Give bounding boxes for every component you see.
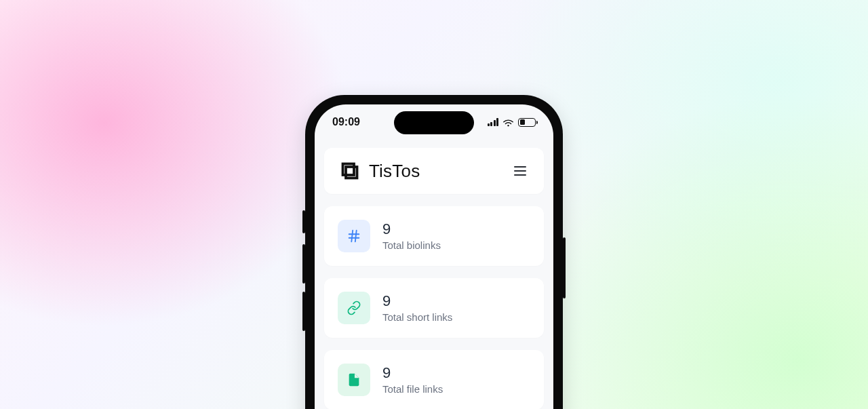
stat-card-biolinks[interactable]: 9 Total biolinks <box>324 206 544 266</box>
svg-rect-0 <box>343 164 355 176</box>
stat-card-filelinks[interactable]: 9 Total file links <box>324 350 544 409</box>
phone-side-button <box>302 244 305 284</box>
phone-screen: 09:09 <box>315 104 553 409</box>
svg-line-4 <box>351 231 353 242</box>
stat-label: Total biolinks <box>382 239 441 251</box>
wifi-icon <box>502 118 514 127</box>
svg-rect-1 <box>346 167 357 178</box>
phone-mockup: 09:09 <box>305 95 563 409</box>
cellular-signal-icon <box>488 118 499 126</box>
link-icon <box>338 292 370 324</box>
phone-side-button <box>302 292 305 331</box>
stat-label: Total short links <box>382 311 452 323</box>
status-time: 09:09 <box>332 116 360 128</box>
phone-side-button <box>302 210 305 233</box>
status-indicators <box>488 118 536 127</box>
stat-value: 9 <box>382 221 441 237</box>
phone-side-button <box>563 237 566 298</box>
stat-value: 9 <box>382 293 452 309</box>
stat-label: Total file links <box>382 383 443 395</box>
stat-text: 9 Total file links <box>382 365 443 394</box>
page-background: 09:09 <box>0 0 868 409</box>
stat-text: 9 Total biolinks <box>382 221 441 250</box>
stat-card-shortlinks[interactable]: 9 Total short links <box>324 278 544 338</box>
brand: TisTos <box>338 159 420 183</box>
app-content: TisTos <box>315 137 553 409</box>
stat-text: 9 Total short links <box>382 293 452 322</box>
file-icon <box>338 364 370 396</box>
hash-icon <box>338 220 370 252</box>
brand-name: TisTos <box>369 161 420 182</box>
battery-icon <box>518 118 536 127</box>
hamburger-menu-icon[interactable] <box>510 162 530 180</box>
dynamic-island <box>394 111 474 134</box>
logo-icon <box>338 159 362 183</box>
phone-frame: 09:09 <box>305 95 563 409</box>
app-header: TisTos <box>324 148 544 194</box>
stat-value: 9 <box>382 365 443 381</box>
svg-line-5 <box>355 231 357 242</box>
